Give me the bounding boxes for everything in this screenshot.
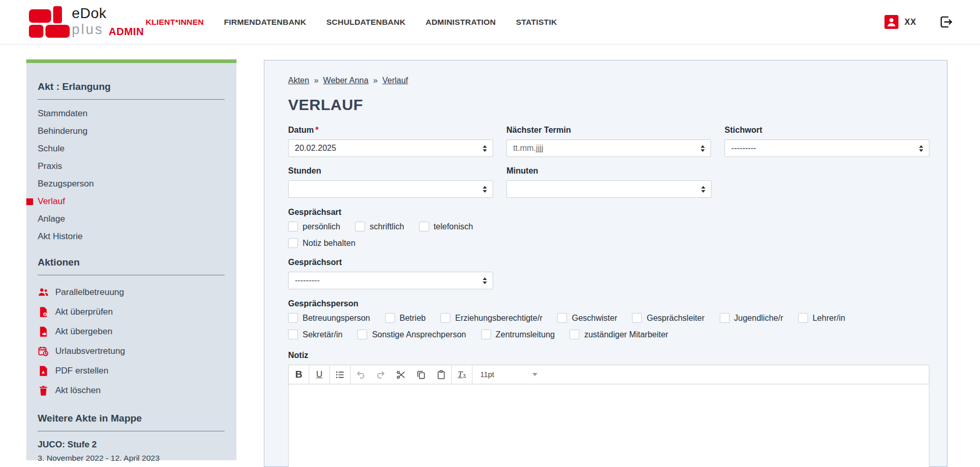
termin-label: Nächster Termin (507, 126, 712, 135)
action-akt-loeschen[interactable]: Akt löschen (38, 381, 225, 400)
sidebar-section-title: Akt : Erlangung (38, 81, 225, 100)
edok-logo-icon (29, 6, 70, 38)
checkbox-sonstige-ansprechperson[interactable]: Sonstige Ansprechperson (357, 330, 466, 339)
redo-button[interactable] (371, 365, 391, 384)
sidebar-more-title: Weitere Akte in Mappe (38, 413, 225, 431)
date-select[interactable]: 20.02.2025 (288, 139, 493, 157)
checkbox-sekretaer[interactable]: Sekretär/in (288, 330, 342, 339)
checkbox-box[interactable] (632, 313, 642, 323)
user-initials: XX (905, 18, 916, 27)
font-size-select[interactable]: 11pt (472, 365, 563, 384)
hours-select[interactable] (288, 180, 493, 198)
copy-button[interactable] (411, 365, 431, 384)
breadcrumb-verlauf[interactable]: Verlauf (383, 76, 408, 85)
underline-button[interactable]: U (309, 365, 329, 384)
bullet-list-icon (335, 370, 345, 380)
sidebar-item-behinderung[interactable]: Behinderung (38, 122, 225, 140)
sidebar-accent-bar (26, 59, 236, 63)
sidebar-item-stammdaten[interactable]: Stammdaten (38, 105, 225, 122)
checkbox-box[interactable] (440, 313, 450, 323)
brand-sub: plus (72, 23, 104, 37)
bullet-list-button[interactable] (329, 365, 350, 384)
checkbox-box[interactable] (357, 330, 367, 339)
select-spinner-icon (483, 277, 487, 284)
checkbox-telefonisch[interactable]: telefonisch (419, 222, 473, 231)
checkbox-notiz-behalten[interactable]: Notiz behalten (288, 238, 355, 248)
clear-formatting-button[interactable]: Tx (451, 365, 472, 384)
select-spinner-icon (701, 186, 705, 193)
checkbox-box[interactable] (385, 313, 395, 323)
action-akt-uebergeben[interactable]: Akt übergeben (38, 322, 225, 341)
checkbox-box[interactable] (720, 313, 730, 323)
logout-button[interactable] (939, 15, 953, 29)
sidebar-item-praxis[interactable]: Praxis (38, 158, 225, 175)
action-akt-ueberpruefen[interactable]: Akt überprüfen (38, 302, 225, 322)
checkbox-geschwister[interactable]: Geschwister (557, 313, 617, 323)
action-parallelbetreuung[interactable]: Parallelbetreuung (38, 283, 225, 302)
breadcrumb: Akten » Weber Anna » Verlauf (288, 76, 929, 85)
checkbox-erziehungsberechtigte[interactable]: Erziehungsberechtigte/r (440, 313, 542, 323)
checkbox-box[interactable] (570, 330, 579, 339)
checkbox-persoenlich[interactable]: persönlich (288, 222, 340, 231)
sidebar-item-akt-historie[interactable]: Akt Historie (38, 228, 225, 245)
brand-admin-badge: ADMIN (109, 26, 144, 37)
sidebar-item-bezugsperson[interactable]: Bezugsperson (38, 175, 225, 193)
active-item-bullet-icon (26, 198, 33, 205)
nav-item-klientinnen[interactable]: KLIENT*INNEN (146, 18, 204, 27)
action-urlaubsvertretung[interactable]: Urlaubsvertretung (38, 341, 225, 361)
paste-icon (436, 370, 446, 380)
checkbox-box[interactable] (798, 313, 808, 323)
nav-item-administration[interactable]: ADMINISTRATION (425, 18, 496, 27)
logout-icon (939, 15, 953, 29)
next-date-input[interactable]: tt.mm.jjjj (507, 139, 712, 157)
checkbox-zentrumsleitung[interactable]: Zentrumsleitung (481, 330, 555, 339)
checkbox-gespraechsleiter[interactable]: Gesprächsleiter (632, 313, 704, 323)
nav-item-firmendatenbank[interactable]: FIRMENDATENBANK (224, 18, 306, 27)
breadcrumb-akten[interactable]: Akten (288, 76, 309, 85)
checkbox-box[interactable] (288, 238, 298, 248)
checkbox-box[interactable] (481, 330, 491, 339)
checkbox-box[interactable] (288, 313, 298, 323)
checkbox-jugendliche[interactable]: Jugendliche/r (720, 313, 783, 323)
select-spinner-icon (483, 186, 487, 193)
nav-item-schuldatenbank[interactable]: SCHULDATENBANK (326, 18, 405, 27)
richtext-toolbar: B U (288, 365, 929, 384)
sidebar-item-schule[interactable]: Schule (38, 140, 225, 158)
undo-button[interactable] (350, 365, 371, 384)
checkbox-box[interactable] (419, 222, 429, 231)
file-handover-icon (38, 326, 49, 337)
breadcrumb-separator: » (314, 76, 319, 85)
checkbox-betrieb[interactable]: Betrieb (385, 313, 426, 323)
checkbox-lehrer[interactable]: Lehrer/in (798, 313, 845, 323)
checkbox-box[interactable] (355, 222, 365, 231)
checkbox-box[interactable] (288, 330, 298, 339)
paste-button[interactable] (431, 365, 451, 384)
nav-item-statistik[interactable]: STATISTIK (516, 18, 557, 27)
case-name: JUCO: Stufe 2 (38, 440, 225, 450)
keyword-select[interactable]: --------- (724, 139, 929, 157)
checkbox-betreuungsperson[interactable]: Betreuungsperson (288, 313, 370, 323)
notiz-editor-area[interactable] (288, 384, 929, 467)
checkbox-box[interactable] (288, 222, 298, 231)
sidebar-item-anlage[interactable]: Anlage (38, 210, 225, 228)
chevron-down-icon (532, 373, 538, 376)
undo-icon (356, 370, 366, 380)
cut-button[interactable] (391, 365, 411, 384)
minutes-select[interactable] (507, 180, 712, 198)
checkbox-schriftlich[interactable]: schriftlich (355, 222, 404, 231)
location-select[interactable]: --------- (288, 272, 493, 289)
trash-icon (38, 385, 49, 396)
app-header: eDok plus ADMIN KLIENT*INNEN FIRMENDATEN… (0, 0, 980, 44)
action-pdf-erstellen[interactable]: PDF erstellen (38, 361, 225, 381)
bold-button[interactable]: B (289, 365, 309, 384)
checkbox-box[interactable] (557, 313, 567, 323)
redo-icon (376, 370, 386, 380)
breadcrumb-weber-anna[interactable]: Weber Anna (323, 76, 369, 85)
stichwort-label: Stichwort (724, 126, 929, 135)
actions-list: Parallelbetreuung Akt überprüfen (38, 283, 225, 400)
sidebar-item-verlauf[interactable]: Verlauf (38, 193, 225, 210)
checkbox-zustaendiger-mitarbeiter[interactable]: zuständiger Mitarbeiter (570, 330, 668, 339)
brand-logo[interactable]: eDok plus ADMIN (29, 6, 144, 38)
user-chip[interactable]: XX (884, 15, 916, 29)
sidebar-actions-title: Aktionen (38, 257, 225, 275)
